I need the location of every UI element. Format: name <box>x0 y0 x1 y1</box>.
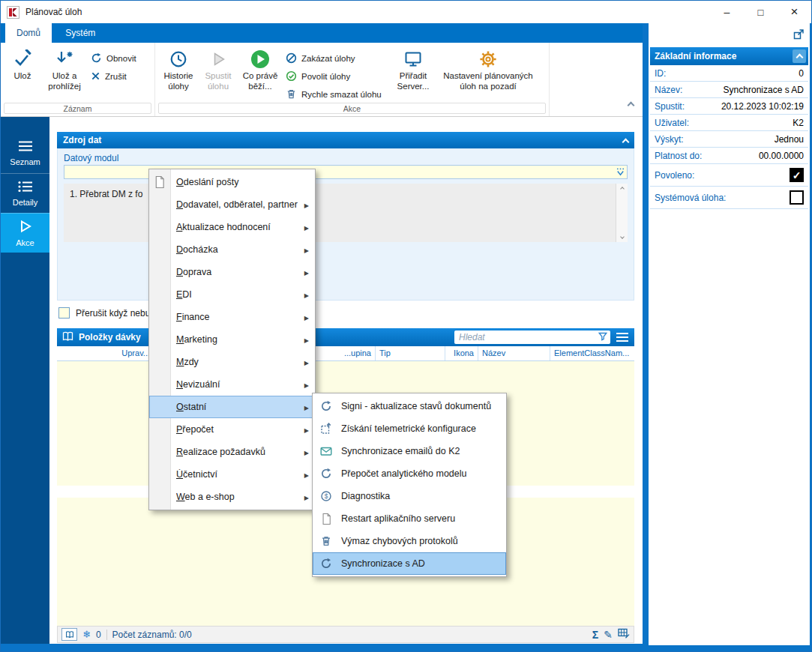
source-section-body: Datový modul 1. Přebrat DM z fo <box>57 148 634 301</box>
submenu-arrow-icon <box>301 222 309 232</box>
enabled-checkbox[interactable] <box>790 168 804 182</box>
edit-icon[interactable] <box>604 629 613 641</box>
delete-icon <box>319 535 333 547</box>
menu-item-web-a-eshop[interactable]: Web a e-shop <box>149 486 315 508</box>
running-now-button[interactable]: Co právě běží... <box>238 45 283 92</box>
collapse-chevron-icon[interactable] <box>623 136 628 147</box>
interrupt-checkbox[interactable] <box>58 307 70 319</box>
column-ikona[interactable]: Ikona <box>445 346 478 360</box>
status-badge: 0 <box>96 630 101 640</box>
column-tip[interactable]: Tip <box>376 346 445 360</box>
system-task-checkbox[interactable] <box>790 190 804 205</box>
column-nazev[interactable]: Název <box>478 346 550 360</box>
diagnostics-icon: $ <box>319 490 333 502</box>
submenu-item-synchronizace-emailu[interactable]: Synchronizace emailů do K2 <box>313 440 506 462</box>
scroll-up-icon[interactable] <box>620 187 625 191</box>
menu-icon[interactable] <box>616 333 628 342</box>
tab-domu[interactable]: Domů <box>5 23 52 43</box>
save-button[interactable]: Ulož <box>4 45 41 82</box>
running-now-label: Co právě běží... <box>238 71 283 92</box>
refresh-label: Obnovit <box>106 54 136 63</box>
popout-icon[interactable] <box>793 28 805 43</box>
ribbon: Ulož Ulož a prohlížej Obnovit <box>1 43 643 117</box>
refresh-icon <box>91 52 102 65</box>
field-row-platnost: Platnost do: 00.00.0000 <box>650 148 808 164</box>
background-settings-button[interactable]: Nastavení plánovaných úloh na pozadí <box>437 45 539 92</box>
menu-item-dodavatel[interactable]: Dodavatel, odběratel, partner <box>149 193 315 216</box>
batch-section-header: Položky dávky <box>57 328 634 346</box>
enable-tasks-button[interactable]: Povolit úlohy <box>283 70 389 83</box>
menu-item-edi[interactable]: EDI <box>149 283 315 306</box>
submenu-item-vymaz-protokolu[interactable]: Výmaz chybových protokolů <box>313 530 506 552</box>
sidebar-label-akce: Akce <box>16 238 34 247</box>
panel-collapse-button[interactable] <box>793 49 806 63</box>
menu-item-ucetnictvi[interactable]: Účetnictví <box>149 463 315 486</box>
assign-server-button[interactable]: Přiřadit Server... <box>389 45 437 92</box>
menu-item-mzdy[interactable]: Mzdy <box>149 351 315 373</box>
menu-item-prepocet[interactable]: Přepočet <box>149 418 315 441</box>
menu-item-realizace-pozadavku[interactable]: Realizace požadavků <box>149 441 315 463</box>
columns-button[interactable] <box>61 628 77 641</box>
submenu-item-signi[interactable]: Signi - aktualizace stavů dokumentů <box>313 395 506 417</box>
task-history-button[interactable]: Historie úlohy <box>158 45 199 92</box>
submenu-item-prepocet-modelu[interactable]: Přepočet analytického modelu <box>313 462 506 485</box>
source-section-header[interactable]: Zdroj dat <box>57 132 634 148</box>
menu-item-odeslani-posty[interactable]: Odeslání pošty <box>149 171 315 193</box>
column-upraveno[interactable]: Uprav... <box>57 346 154 360</box>
cancel-label: Zrušit <box>105 72 127 81</box>
close-button[interactable] <box>778 1 811 23</box>
maximize-button[interactable] <box>744 1 778 23</box>
monitor-icon <box>403 47 423 71</box>
save-view-icon <box>55 47 74 71</box>
filter-icon[interactable] <box>598 332 610 343</box>
submenu-arrow-icon <box>301 379 309 390</box>
quick-delete-button[interactable]: Rychle smazat úlohu <box>283 88 389 101</box>
submenu-arrow-icon <box>301 334 309 345</box>
menu-item-finance[interactable]: Finance <box>149 306 315 328</box>
record-count: Počet záznamů: 0/0 <box>112 630 192 640</box>
ban-icon <box>286 52 297 65</box>
submenu-arrow-icon <box>301 469 309 480</box>
scroll-down-icon[interactable] <box>620 235 625 239</box>
submenu-item-synchronizace-s-ad[interactable]: Synchronizace s AD <box>313 552 506 575</box>
menu-item-dochazka[interactable]: Docházka <box>149 238 315 261</box>
sidebar-item-seznam[interactable]: Seznam <box>1 133 49 173</box>
info-panel-header: Základní informace <box>650 47 808 65</box>
menu-item-marketing[interactable]: Marketing <box>149 328 315 351</box>
context-menu: Odeslání pošty Dodavatel, odběratel, par… <box>148 169 316 510</box>
menu-item-aktualizace-hodnoceni[interactable]: Aktualizace hodnocení <box>149 216 315 238</box>
submenu-item-restart-serveru[interactable]: Restart aplikačního serveru <box>313 507 506 530</box>
save-icon <box>13 47 32 71</box>
disable-tasks-button[interactable]: Zakázat úlohy <box>283 52 389 65</box>
sidebar-item-detaily[interactable]: Detaily <box>1 173 49 213</box>
submenu-arrow-icon <box>301 402 309 412</box>
submenu-item-diagnostika[interactable]: $ Diagnostika <box>313 485 506 507</box>
save-and-view-button[interactable]: Ulož a prohlížej <box>41 45 88 92</box>
ribbon-collapse-chevron[interactable] <box>628 100 634 110</box>
menu-item-nevizualni[interactable]: Nevizuální <box>149 373 315 396</box>
cancel-button[interactable]: Zrušit <box>88 70 139 83</box>
sidebar-label-seznam: Seznam <box>10 157 40 166</box>
memo-scrollbar[interactable] <box>616 184 628 242</box>
dropdown-icon[interactable] <box>616 167 625 179</box>
group-label-zaznam: Záznam <box>4 103 151 114</box>
app-icon <box>7 6 19 19</box>
menu-item-doprava[interactable]: Doprava <box>149 261 315 283</box>
submenu-arrow-icon <box>301 289 309 300</box>
window-controls <box>710 1 811 23</box>
refresh-button[interactable]: Obnovit <box>88 52 139 65</box>
sidebar-item-akce[interactable]: Akce <box>1 213 49 253</box>
sum-icon[interactable] <box>592 629 598 641</box>
menu-item-ostatni[interactable]: Ostatní <box>149 396 315 418</box>
column-elementclassname[interactable]: ElementClassNam... <box>550 346 634 360</box>
submenu-item-telemetrie[interactable]: Získání telemetrické konfigurace <box>313 417 506 440</box>
search-input[interactable] <box>454 331 598 343</box>
details-icon <box>18 181 33 194</box>
tab-system[interactable]: Systém <box>54 23 106 43</box>
run-task-button[interactable]: Spustit úlohu <box>199 45 238 92</box>
view-sidebar: Seznam Detaily Akce <box>1 117 49 644</box>
grid-edit-icon[interactable] <box>618 628 630 641</box>
grid-header: Uprav... ...upina Tip Ikona Název Elemen… <box>57 346 634 361</box>
minimize-button[interactable] <box>710 1 744 23</box>
data-module-label: Datový modul <box>64 153 118 163</box>
